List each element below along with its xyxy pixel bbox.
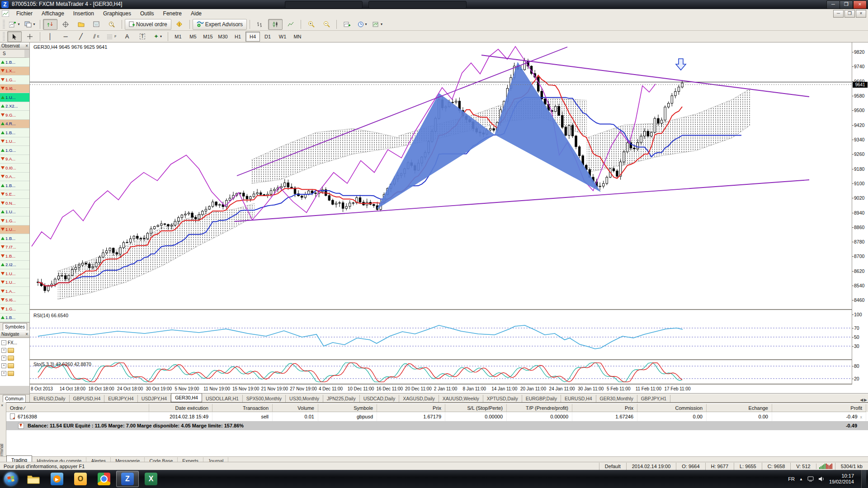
cursor-tool[interactable]: [7, 31, 22, 42]
terminal-column-header[interactable]: S/L (Stop/Perte): [445, 404, 507, 412]
market-watch-row[interactable]: 1.U...: [0, 137, 29, 146]
common-tab[interactable]: Commun: [3, 395, 26, 402]
market-watch-row[interactable]: 9.G...: [0, 111, 29, 120]
toolbar-grip[interactable]: [3, 20, 5, 29]
taskbar-metatrader-button[interactable]: Z: [116, 471, 139, 487]
expand-icon[interactable]: +: [1, 348, 6, 353]
timeframe-w1-button[interactable]: W1: [275, 32, 290, 42]
trendline-tool[interactable]: ╱: [74, 31, 88, 42]
chart-tab-ger30-monthly[interactable]: GER30,Monthly: [596, 395, 637, 402]
chart-tab-xagusd-daily[interactable]: XAGUSD,Daily: [399, 395, 439, 402]
market-watch-row[interactable]: 5.I6...: [0, 84, 29, 94]
alert-warning-icon[interactable]: !: [172, 19, 187, 30]
navigator-close-icon[interactable]: ×: [25, 332, 28, 337]
horizontal-line-tool[interactable]: ─: [58, 31, 73, 42]
tab-scroll-left-icon[interactable]: ◀: [860, 398, 863, 402]
mdi-restore-button[interactable]: ❐: [844, 10, 855, 18]
price-chart[interactable]: [30, 42, 852, 309]
market-watch-row[interactable]: 9.A...: [0, 155, 29, 164]
market-watch-row[interactable]: 1.U...: [0, 208, 29, 217]
minimize-button[interactable]: ─: [826, 0, 840, 9]
market-watch-row[interactable]: 2.X2...: [0, 102, 29, 111]
fibonacci-tool[interactable]: F: [104, 31, 119, 42]
hidden-icons-chevron[interactable]: ▲: [799, 477, 803, 481]
market-watch-row[interactable]: 0.N...: [0, 199, 29, 208]
bar-chart-type-button[interactable]: [253, 19, 267, 30]
zoom-out-button[interactable]: [319, 19, 334, 30]
equidistant-channel-tool[interactable]: ⫽E: [89, 31, 104, 42]
rsi-pane[interactable]: RSI(14) 66.6540: [30, 311, 852, 360]
indicators-button[interactable]: [340, 19, 354, 30]
timeframe-h1-button[interactable]: H1: [231, 32, 245, 42]
templates-button[interactable]: ▾: [370, 19, 385, 30]
volume-icon[interactable]: [818, 476, 825, 482]
chart-tab-jpn225-daily[interactable]: JPN225,Daily: [323, 395, 360, 402]
symbols-tab[interactable]: Symboles: [3, 323, 27, 330]
market-watch-row[interactable]: 1.U...: [0, 278, 29, 287]
tab-scroll-right-icon[interactable]: ▶: [864, 398, 867, 402]
menu-item-insertion[interactable]: Insertion: [69, 9, 99, 18]
price-axis[interactable]: 9820974096609580950094209340926091809100…: [852, 42, 868, 385]
timeframe-h4-button[interactable]: H4: [245, 32, 260, 42]
market-watch-toggle[interactable]: [43, 19, 57, 30]
taskbar-chrome-button[interactable]: [93, 471, 115, 487]
data-window-button[interactable]: [58, 19, 73, 30]
expand-icon[interactable]: +: [1, 371, 6, 376]
stochastic-pane[interactable]: Sto(5,3,3) 42.6260 42.8870: [30, 361, 852, 385]
market-watch-row[interactable]: 4.R...: [0, 120, 29, 129]
chart-tab-usdcad-daily[interactable]: USDCAD,Daily: [360, 395, 400, 402]
terminal-column-header[interactable]: Date exécution: [149, 404, 212, 412]
market-watch-column-header[interactable]: S: [0, 50, 29, 58]
strategy-tester-button[interactable]: [104, 19, 119, 30]
terminal-column-header[interactable]: Ordre ∕: [6, 404, 149, 412]
market-watch-close-icon[interactable]: ×: [25, 43, 28, 48]
menu-item-fenetre[interactable]: Fenetre: [159, 9, 186, 18]
toolbar-grip[interactable]: [3, 32, 5, 41]
start-button[interactable]: [0, 471, 22, 487]
market-watch-row[interactable]: 1.B...: [0, 181, 29, 190]
chart-tab-usdjpy-h4[interactable]: USDJPY,H4: [138, 395, 171, 402]
text-tool[interactable]: A: [120, 31, 134, 42]
show-desktop-button[interactable]: [861, 470, 866, 488]
close-order-icon[interactable]: x: [860, 415, 863, 419]
timeframe-d1-button[interactable]: D1: [260, 32, 275, 42]
market-watch-row[interactable]: 1.G...: [0, 75, 29, 84]
crosshair-tool[interactable]: [23, 31, 37, 42]
market-watch-row[interactable]: 5.I6...: [0, 296, 29, 305]
navigator-folder-item[interactable]: +: [1, 362, 29, 370]
chart-tab-usdollar-h1[interactable]: USDOLLAR,H1: [202, 395, 243, 402]
chart-tab-spx500-monthly[interactable]: SPX500,Monthly: [243, 395, 286, 402]
market-watch-row[interactable]: 0.A...: [0, 173, 29, 182]
time-axis[interactable]: 8 Oct 201314 Oct 18:0018 Oct 18:0024 Oct…: [30, 385, 868, 394]
market-watch-row[interactable]: 1.A...: [0, 287, 29, 296]
taskbar-clock[interactable]: 10:17 19/02/2014: [829, 473, 857, 485]
chart-tab-xptusd-daily[interactable]: XPTUSD,Daily: [483, 395, 522, 402]
terminal-column-header[interactable]: Commission: [637, 404, 707, 412]
expand-icon[interactable]: +: [1, 363, 6, 368]
menu-item-aide[interactable]: Aide: [186, 9, 206, 18]
terminal-column-header[interactable]: Profit: [772, 404, 866, 412]
navigator-folder-item[interactable]: +: [1, 354, 29, 362]
market-watch-row[interactable]: 1.U...: [0, 225, 29, 235]
expand-icon[interactable]: -: [1, 340, 6, 345]
vertical-line-tool[interactable]: │: [43, 31, 57, 42]
market-watch-row[interactable]: 2.I2...: [0, 261, 29, 270]
mdi-minimize-button[interactable]: ─: [833, 10, 844, 18]
market-watch-row[interactable]: 5.E...: [0, 190, 29, 199]
market-watch-row[interactable]: 1.B...: [0, 128, 29, 137]
terminal-column-header[interactable]: Symbole: [318, 404, 377, 412]
navigator-root-item[interactable]: -FX...: [1, 339, 29, 347]
terminal-column-header[interactable]: Transaction: [212, 404, 273, 412]
periods-button[interactable]: ▾: [355, 19, 369, 30]
new-chart-button[interactable]: ▾: [7, 19, 22, 30]
menu-item-fichier[interactable]: Fichier: [12, 9, 37, 18]
terminal-column-header[interactable]: Prix: [377, 404, 445, 412]
chart-tab-us30-monthly[interactable]: US30,Monthly: [286, 395, 323, 402]
market-watch-row[interactable]: 1.X...: [0, 67, 29, 76]
menu-item-graphiques[interactable]: Graphiques: [99, 9, 136, 18]
terminal-column-header[interactable]: Prix: [572, 404, 637, 412]
candlestick-chart-type-button[interactable]: [268, 19, 283, 30]
chart-tab-gbpjpy-h1[interactable]: GBPJPY,H1: [637, 395, 670, 402]
navigator-folder-item[interactable]: +: [1, 347, 29, 354]
timeframe-m5-button[interactable]: M5: [186, 32, 200, 42]
